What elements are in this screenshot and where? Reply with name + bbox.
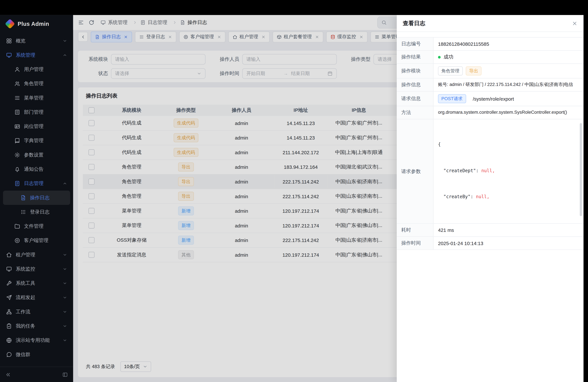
request-info-value: POST请求 /system/role/export <box>434 91 583 106</box>
json-code-block[interactable]: { "createDept": null, "createBy": null, … <box>438 122 579 220</box>
detail-row-duration: 耗时 421 ms <box>397 224 583 237</box>
scrollbar-thumb[interactable] <box>580 123 582 216</box>
request-url: /system/role/export <box>473 96 514 102</box>
request-params-value: { "createDept": null, "createBy": null, … <box>434 119 583 223</box>
json-line: { <box>438 142 579 148</box>
detail-row-module: 操作模块 角色管理 导出 <box>397 64 583 78</box>
log-detail-drawer: 查看日志 日志编号 1882612840802115585 操作结果 成功 <box>397 15 583 382</box>
success-dot-icon <box>438 56 441 58</box>
http-method-tag: POST请求 <box>438 94 466 103</box>
log-detail-table: 日志编号 1882612840802115585 操作结果 成功 操作模块 <box>397 37 583 250</box>
json-line: "createBy": null, <box>438 194 579 200</box>
method-value: org.dromara.system.controller.system.Sys… <box>434 106 583 119</box>
duration-value: 421 ms <box>434 224 583 236</box>
operation-info-value: 账号: admin / 研发部门 / 222.175.114.242 / 中国|… <box>434 78 583 91</box>
detail-row-time: 操作时间 2025-01-24 10:14:13 <box>397 237 583 250</box>
detail-row-request: 请求信息 POST请求 /system/role/export <box>397 91 583 106</box>
app-window: Plus Admin 概览 系统管理 <box>0 15 583 382</box>
drawer-header: 查看日志 <box>397 15 583 32</box>
module-value: 角色管理 导出 <box>434 64 583 78</box>
operation-time-value: 2025-01-24 10:14:13 <box>434 237 583 250</box>
module-tag: 角色管理 <box>438 66 463 75</box>
close-icon[interactable] <box>572 21 577 26</box>
drawer-title: 查看日志 <box>403 20 425 27</box>
drawer-body: 日志编号 1882612840802115585 操作结果 成功 操作模块 <box>397 32 583 250</box>
result-value: 成功 <box>434 51 583 64</box>
detail-row-info: 操作信息 账号: admin / 研发部门 / 222.175.114.242 … <box>397 78 583 91</box>
detail-row-result: 操作结果 成功 <box>397 51 583 64</box>
detail-row-log-id: 日志编号 1882612840802115585 <box>397 38 583 51</box>
detail-row-params: 请求参数 { "createDept": null, "createBy": n… <box>397 119 583 224</box>
json-line: "createDept": null, <box>438 168 579 174</box>
screen: Plus Admin 概览 系统管理 <box>0 0 588 382</box>
detail-row-method: 方法 org.dromara.system.controller.system.… <box>397 106 583 119</box>
log-id-value: 1882612840802115585 <box>434 38 583 50</box>
action-tag: 导出 <box>466 66 482 75</box>
